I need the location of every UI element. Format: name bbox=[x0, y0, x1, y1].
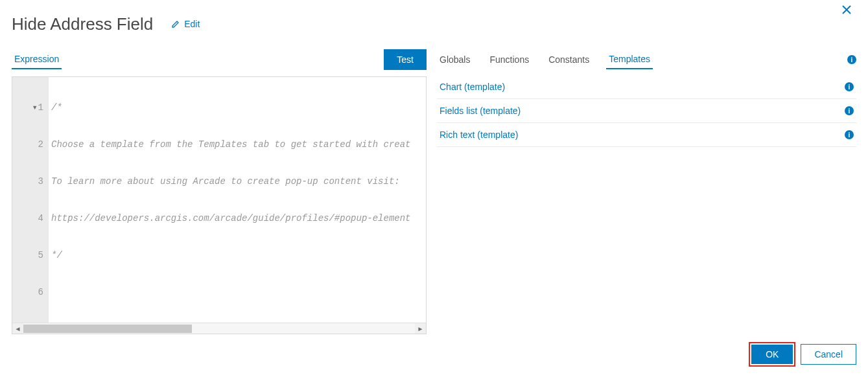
editor-gutter: ▾1 2 3 4 5 6 ▾7 8 9 10 bbox=[12, 77, 49, 323]
test-button[interactable]: Test bbox=[384, 49, 427, 70]
tab-constants[interactable]: Constants bbox=[546, 51, 592, 69]
edit-label: Edit bbox=[184, 19, 200, 29]
pencil-icon bbox=[171, 19, 180, 29]
edit-title-link[interactable]: Edit bbox=[171, 19, 200, 29]
info-icon[interactable]: i bbox=[847, 55, 856, 64]
tab-templates[interactable]: Templates bbox=[606, 50, 653, 69]
template-item-chart[interactable]: Chart (template) i bbox=[437, 75, 856, 99]
template-label: Fields list (template) bbox=[440, 106, 521, 116]
close-icon[interactable] bbox=[841, 4, 852, 17]
ok-highlight: OK bbox=[749, 342, 795, 367]
cancel-button[interactable]: Cancel bbox=[801, 344, 856, 365]
info-icon[interactable]: i bbox=[845, 106, 854, 115]
editor-content[interactable]: /* Choose a template from the Templates … bbox=[49, 77, 426, 323]
code-editor[interactable]: ▾1 2 3 4 5 6 ▾7 8 9 10 /* Choose a templ… bbox=[12, 76, 427, 334]
template-item-rich-text[interactable]: Rich text (template) i bbox=[437, 123, 856, 147]
tab-expression[interactable]: Expression bbox=[12, 50, 62, 69]
template-list: Chart (template) i Fields list (template… bbox=[437, 75, 856, 147]
ok-button[interactable]: OK bbox=[751, 345, 793, 364]
scroll-right-icon[interactable]: ► bbox=[415, 323, 426, 334]
template-label: Rich text (template) bbox=[440, 130, 518, 140]
tab-functions[interactable]: Functions bbox=[487, 51, 532, 69]
info-icon[interactable]: i bbox=[845, 82, 854, 91]
template-item-fields-list[interactable]: Fields list (template) i bbox=[437, 99, 856, 123]
editor-horizontal-scrollbar[interactable]: ◄ ► bbox=[12, 323, 426, 334]
page-title: Hide Address Field bbox=[12, 14, 153, 34]
scroll-left-icon[interactable]: ◄ bbox=[12, 323, 23, 334]
tab-globals[interactable]: Globals bbox=[437, 51, 473, 69]
info-icon[interactable]: i bbox=[845, 130, 854, 139]
template-label: Chart (template) bbox=[440, 82, 505, 92]
